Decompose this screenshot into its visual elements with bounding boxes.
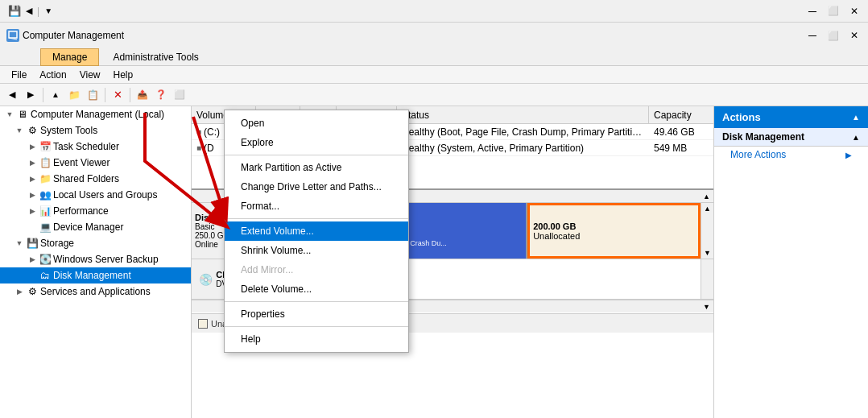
actions-more-arrow: ▶	[845, 151, 852, 159]
sidebar-label-event-viewer: Event Viewer	[53, 157, 110, 168]
sidebar-item-device-manager[interactable]: 💻 Device Manager	[0, 219, 191, 235]
context-menu-extend-volume[interactable]: Extend Volume...	[225, 221, 408, 241]
sidebar-item-local-users[interactable]: ▶ 👥 Local Users and Groups	[0, 187, 191, 203]
sidebar-label-performance: Performance	[53, 205, 109, 217]
context-menu-add-mirror[interactable]: Add Mirror...	[225, 260, 408, 279]
perf-icon: 📊	[39, 205, 52, 217]
close-button[interactable]: ✕	[844, 2, 865, 20]
restore-button-2[interactable]: ⬜	[823, 27, 844, 44]
menu-view[interactable]: View	[73, 68, 107, 82]
col-header-status[interactable]: Status	[397, 106, 649, 123]
minimize-button-2[interactable]: ─	[802, 27, 823, 44]
actions-header: Actions ▲	[714, 106, 868, 128]
cell-status-2: Healthy (System, Active, Primary Partiti…	[397, 143, 649, 154]
context-menu-mark-active[interactable]: Mark Partition as Active	[225, 158, 408, 177]
toolbar-back[interactable]: ◀	[3, 86, 21, 104]
device-icon: 💻	[39, 221, 52, 233]
unallocated-size: 200.00 GB	[533, 221, 695, 231]
expand-icon-event: ▶	[26, 159, 39, 167]
services-icon: ⚙	[26, 286, 39, 297]
context-menu-delete-volume[interactable]: Delete Volume...	[225, 279, 408, 299]
context-menu-sep3	[225, 301, 408, 302]
context-menu-shrink-volume[interactable]: Shrink Volume...	[225, 241, 408, 260]
toolbar-export[interactable]: 📤	[134, 86, 151, 104]
sidebar-item-shared-folders[interactable]: ▶ 📁 Shared Folders	[0, 171, 191, 187]
computer-icon: 🖥	[16, 109, 29, 120]
sidebar-item-services-apps[interactable]: ▶ ⚙ Services and Applications	[0, 283, 191, 300]
sidebar-label-shared-folders: Shared Folders	[53, 173, 119, 184]
users-icon: 👥	[39, 189, 52, 201]
scroll-up-icon[interactable]: ▲	[703, 192, 710, 201]
sidebar-item-disk-management[interactable]: 🗂 Disk Management	[0, 267, 191, 283]
sidebar-item-computer-mgmt[interactable]: ▼ 🖥 Computer Management (Local)	[0, 106, 191, 122]
actions-section-arrow: ▲	[852, 133, 860, 142]
actions-section-header[interactable]: Disk Management ▲	[714, 128, 868, 147]
actions-section-label: Disk Management	[722, 131, 804, 143]
quick-access-save-icon[interactable]: 💾	[8, 5, 21, 17]
actions-header-icon: ▲	[852, 113, 860, 122]
toolbar-folder[interactable]: 📁	[65, 86, 83, 104]
toolbar-properties[interactable]: 📋	[84, 86, 101, 104]
toolbar-help[interactable]: ❓	[152, 86, 170, 104]
toolbar-delete[interactable]: ✕	[109, 86, 126, 104]
context-menu-open[interactable]: Open	[225, 114, 408, 133]
actions-more[interactable]: More Actions ▶	[714, 147, 868, 163]
cell-status-1: Healthy (Boot, Page File, Crash Dump, Pr…	[397, 126, 649, 138]
sidebar-label-local-users: Local Users and Groups	[53, 189, 157, 201]
storage-icon: 💾	[26, 238, 39, 249]
expand-icon-backup: ▶	[26, 255, 39, 263]
expand-icon-storage: ▼	[13, 239, 26, 247]
sidebar-label-system-tools: System Tools	[40, 125, 97, 136]
expand-icon-perf: ▶	[26, 207, 39, 215]
actions-more-label: More Actions	[730, 149, 786, 160]
context-menu-sep1	[225, 155, 408, 155]
context-menu-help[interactable]: Help	[225, 329, 408, 349]
sidebar-label-task-scheduler: Task Scheduler	[53, 141, 119, 152]
sidebar-label-computer-mgmt: Computer Management (Local)	[31, 109, 164, 120]
tab-admin-tools[interactable]: Administrative Tools	[101, 48, 211, 65]
quick-access-dropdown-icon[interactable]: ▼	[44, 6, 52, 15]
folder-icon: 📁	[39, 173, 52, 184]
scroll-down-icon[interactable]: ▼	[703, 303, 710, 311]
sidebar-item-event-viewer[interactable]: ▶ 📋 Event Viewer	[0, 155, 191, 171]
toolbar-more[interactable]: ⬜	[171, 86, 188, 104]
disk-scrollbar[interactable]: ▲ ▼	[701, 203, 713, 259]
context-menu-change-drive-letter[interactable]: Change Drive Letter and Paths...	[225, 177, 408, 197]
expand-icon-users: ▶	[26, 191, 39, 199]
context-menu-sep2	[225, 218, 408, 219]
cdrom-icon: 💿	[199, 273, 213, 286]
col-header-capacity[interactable]: Capacity	[649, 106, 713, 123]
menu-file[interactable]: File	[5, 68, 33, 82]
toolbar-forward[interactable]: ▶	[22, 86, 39, 104]
quick-access-sep: |	[37, 6, 39, 17]
expand-icon-shared: ▶	[26, 175, 39, 183]
sidebar-item-system-tools[interactable]: ▼ ⚙ System Tools	[0, 122, 191, 139]
sidebar-label-windows-backup: Windows Server Backup	[53, 254, 159, 265]
sidebar-item-task-scheduler[interactable]: ▶ 📅 Task Scheduler	[0, 139, 191, 155]
cdrom-scrollbar[interactable]	[701, 259, 713, 299]
close-button-2[interactable]: ✕	[844, 27, 865, 44]
disk-icon: 🗂	[39, 270, 52, 281]
toolbar-up[interactable]: ▲	[47, 86, 64, 104]
quick-access-back-icon[interactable]: ◀	[26, 6, 32, 16]
cell-capacity-1: 49.46 GB	[649, 126, 713, 138]
sidebar-item-windows-backup[interactable]: ▶ 💽 Windows Server Backup	[0, 251, 191, 267]
sidebar-item-performance[interactable]: ▶ 📊 Performance	[0, 203, 191, 219]
sidebar-label-device-manager: Device Manager	[53, 221, 123, 233]
menu-help[interactable]: Help	[107, 68, 140, 82]
sidebar: ▼ 🖥 Computer Management (Local) ▼ ⚙ Syst…	[0, 106, 192, 418]
context-menu-properties[interactable]: Properties	[225, 304, 408, 324]
expand-icon: ▼	[3, 110, 16, 118]
actions-title: Actions	[722, 111, 761, 123]
menu-action[interactable]: Action	[33, 68, 72, 82]
tab-manage[interactable]: Manage	[40, 48, 99, 66]
restore-button[interactable]: ⬜	[823, 2, 844, 20]
sidebar-label-disk-management: Disk Management	[53, 270, 131, 281]
sidebar-item-storage[interactable]: ▼ 💾 Storage	[0, 235, 191, 251]
minimize-button[interactable]: ─	[802, 2, 823, 20]
context-menu-format[interactable]: Format...	[225, 197, 408, 216]
context-menu-explore[interactable]: Explore	[225, 133, 408, 152]
partition-unallocated[interactable]: 200.00 GB Unallocated	[527, 203, 701, 259]
context-menu-sep4	[225, 326, 408, 327]
actions-panel: Actions ▲ Disk Management ▲ More Actions…	[713, 106, 868, 418]
